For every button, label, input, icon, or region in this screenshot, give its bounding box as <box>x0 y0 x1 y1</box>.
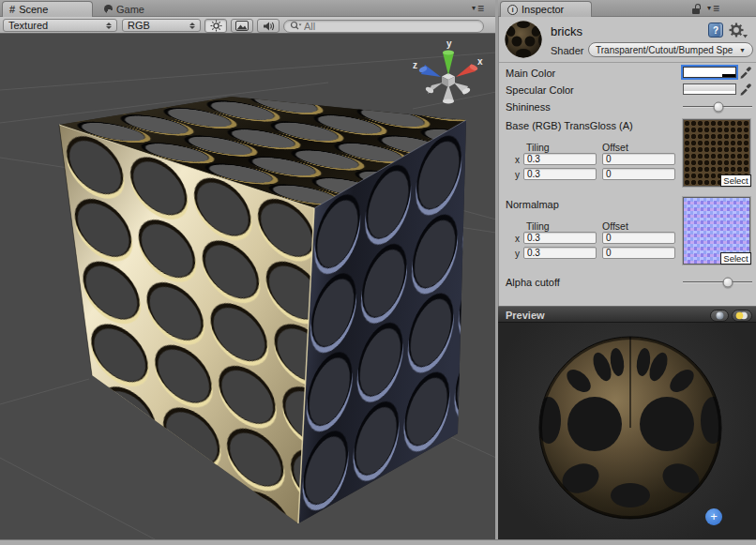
material-ball-thumbnail[interactable] <box>504 20 543 59</box>
eyedropper-icon[interactable] <box>739 83 751 96</box>
dropdown-triangle-icon: ▾ <box>472 5 476 12</box>
search-input[interactable] <box>304 21 477 32</box>
lighting-toggle-button[interactable] <box>204 19 227 33</box>
normal-tiling-y-field[interactable] <box>523 247 597 259</box>
gizmo-hub <box>442 73 455 87</box>
shader-label: Shader <box>551 45 583 56</box>
base-offset-y-field[interactable] <box>602 168 675 180</box>
scene-cube-object[interactable] <box>59 97 466 523</box>
inspector-body: bricks Shader Transparent/Cutout/Bumped … <box>498 17 756 306</box>
window-bottom-strip <box>0 539 756 545</box>
preview-area[interactable]: + <box>497 323 756 539</box>
inspector-lock-button[interactable] <box>691 4 703 15</box>
slider-track[interactable] <box>683 281 752 283</box>
shader-dropdown[interactable]: Transparent/Cutout/Bumped Spe ▼ <box>588 42 753 57</box>
gear-menu-button[interactable] <box>729 23 748 38</box>
audio-toggle-button[interactable] <box>257 19 280 33</box>
render-mode-dropdown[interactable]: Textured <box>3 19 117 32</box>
lock-body-icon <box>692 8 700 14</box>
alpha-bar <box>684 91 735 94</box>
slider-knob[interactable] <box>714 102 724 113</box>
normal-offset-y-field[interactable] <box>602 247 675 259</box>
dropdown-triangle-icon <box>743 35 748 38</box>
tab-game[interactable]: Game <box>98 1 173 17</box>
menu-bars-icon: ≡ <box>477 4 484 13</box>
normal-x-label: x <box>515 234 520 244</box>
shininess-slider[interactable] <box>683 101 752 113</box>
scene-grid-icon: # <box>9 5 15 14</box>
normal-tiling-header: Tiling <box>526 220 550 232</box>
normal-y-label: y <box>515 249 520 259</box>
search-icon <box>290 21 302 31</box>
preview-header[interactable]: Preview <box>497 306 756 323</box>
gear-icon <box>730 23 744 38</box>
gizmo-z-axis[interactable]: z <box>413 60 441 77</box>
gizmo-y-axis[interactable]: y <box>443 38 454 75</box>
preview-add-button[interactable]: + <box>705 508 722 525</box>
gizmo-x-axis[interactable]: x <box>456 56 483 77</box>
alpha-cutoff-slider[interactable] <box>683 277 752 288</box>
inspector-tabstrip: i Inspector ▾ ≡ <box>497 0 756 17</box>
material-header: bricks Shader Transparent/Cutout/Bumped … <box>499 17 756 63</box>
preview-sphere[interactable] <box>498 323 756 539</box>
normal-texture-select-button[interactable]: Select <box>720 252 751 265</box>
specular-color-label: Specular Color <box>506 84 574 96</box>
base-map-label: Base (RGB) TransGloss (A) <box>506 120 633 131</box>
sphere-icon <box>716 311 724 320</box>
base-texture-select-button[interactable]: Select <box>720 174 751 187</box>
base-tiling-header: Tiling <box>526 142 550 153</box>
gizmo-z-label: z <box>413 60 417 70</box>
tab-scene-label: Scene <box>19 4 48 15</box>
preview-title: Preview <box>506 310 545 321</box>
normal-offset-header: Offset <box>602 220 628 232</box>
panel-divider[interactable] <box>495 0 498 539</box>
unity-editor-window: # Scene Game ▾ ≡ Textured RGB <box>0 0 756 545</box>
updown-arrows-icon <box>106 23 112 29</box>
inspector-panel-menu-button[interactable]: ▾ ≡ <box>707 4 719 13</box>
base-x-label: x <box>515 155 520 165</box>
info-icon: i <box>507 5 518 15</box>
base-y-label: y <box>515 170 520 180</box>
normalmap-label: Normalmap <box>506 199 559 210</box>
tab-game-label: Game <box>116 4 144 15</box>
gizmo-x-label: x <box>477 56 483 67</box>
specular-color-swatch[interactable] <box>683 83 736 95</box>
main-color-label: Main Color <box>506 68 555 79</box>
channel-dropdown[interactable]: RGB <box>122 19 201 32</box>
shininess-label: Shininess <box>506 101 551 113</box>
shader-dropdown-value: Transparent/Cutout/Bumped Spe <box>596 45 733 55</box>
sun-icon <box>210 20 222 32</box>
eyedropper-icon[interactable] <box>739 67 751 79</box>
normal-tiling-x-field[interactable] <box>523 232 597 244</box>
base-tiling-y-field[interactable] <box>523 168 597 180</box>
gizmo-y-label: y <box>446 38 452 49</box>
render-mode-value: Textured <box>8 20 48 31</box>
preview-light-button[interactable] <box>732 310 752 322</box>
dropdown-triangle-icon: ▾ <box>707 5 711 12</box>
skybox-toggle-button[interactable] <box>231 19 253 33</box>
game-icon <box>104 5 113 13</box>
scene-orientation-gizmo[interactable]: y x z <box>413 38 483 104</box>
base-offset-header: Offset <box>602 142 628 153</box>
scene-search-field[interactable] <box>283 20 484 33</box>
help-icon-button[interactable]: ? <box>708 23 723 38</box>
channel-value: RGB <box>128 20 150 31</box>
tab-scene[interactable]: # Scene <box>2 1 93 17</box>
material-name: bricks <box>551 24 582 38</box>
image-icon <box>235 21 249 31</box>
chevron-down-icon: ▼ <box>739 47 746 53</box>
alpha-cutoff-label: Alpha cutoff <box>506 277 560 288</box>
normal-offset-x-field[interactable] <box>602 232 675 244</box>
main-color-swatch[interactable] <box>683 67 736 78</box>
preview-mesh-button[interactable] <box>710 310 729 322</box>
scene-tabstrip: # Scene Game ▾ ≡ <box>0 0 496 17</box>
base-tiling-x-field[interactable] <box>523 153 597 165</box>
scene-panel-menu-button[interactable]: ▾ ≡ <box>472 4 484 13</box>
menu-bars-icon: ≡ <box>713 4 719 13</box>
scene-toolbar: Textured RGB <box>0 17 496 34</box>
two-lights-icon <box>735 311 748 320</box>
base-offset-x-field[interactable] <box>602 153 675 165</box>
slider-knob[interactable] <box>723 278 733 288</box>
scene-viewport[interactable]: y x z <box>0 34 496 539</box>
tab-inspector[interactable]: i Inspector <box>500 1 592 17</box>
